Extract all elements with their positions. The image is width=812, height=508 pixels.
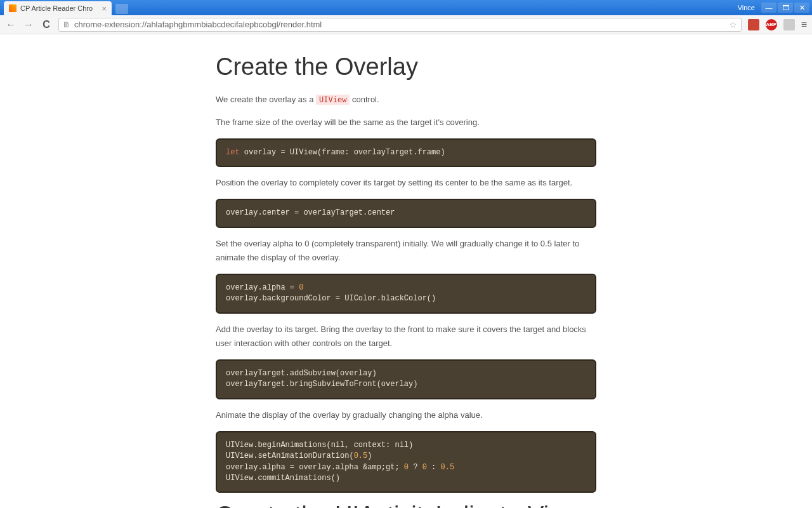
bookmark-star-icon[interactable]: ☆ [729, 20, 737, 30]
code-block: overlayTarget.addSubview(overlay) overla… [216, 359, 596, 399]
window-titlebar: CP Article Reader Chro × Vince — 🗖 ✕ [0, 0, 812, 15]
page-viewport[interactable]: Create the Overlay We create the overlay… [0, 34, 812, 508]
code-block: let overlay = UIView(frame: overlayTarge… [216, 138, 596, 167]
tab-strip: CP Article Reader Chro × [4, 0, 128, 15]
code-block: overlay.center = overlayTarget.center [216, 199, 596, 227]
forward-button[interactable]: → [23, 19, 34, 30]
code-block: UIView.beginAnimations(nil, context: nil… [216, 431, 596, 493]
paragraph: Position the overlay to completely cover… [216, 176, 596, 190]
browser-toolbar: ← → C 🗎 chrome-extension://ahlafaphgbmmb… [0, 15, 812, 34]
heading-activity-indicator: Create the UIActivityIndicatorView [216, 502, 596, 508]
user-label[interactable]: Vince [738, 4, 755, 11]
reload-button[interactable]: C [41, 19, 52, 30]
paragraph: Add the overlay to its target. Bring the… [216, 323, 596, 351]
address-bar[interactable]: 🗎 chrome-extension://ahlafaphgbmmbiabcde… [58, 18, 742, 32]
tab-title: CP Article Reader Chro [20, 4, 93, 12]
extension-icon-2[interactable] [783, 19, 795, 30]
page-icon: 🗎 [63, 20, 70, 29]
hamburger-menu-icon[interactable]: ≡ [801, 19, 807, 30]
adblock-icon[interactable]: ABP [766, 19, 777, 30]
url-text: chrome-extension://ahlafaphgbmmbiabcdeci… [74, 20, 725, 29]
minimize-button[interactable]: — [761, 3, 776, 13]
back-button[interactable]: ← [5, 19, 16, 30]
tab-close-icon[interactable]: × [102, 4, 107, 13]
paragraph: Animate the display of the overlay by gr… [216, 408, 596, 422]
paragraph: The frame size of the overlay will be th… [216, 116, 596, 130]
window-close-button[interactable]: ✕ [794, 3, 809, 13]
heading-overlay: Create the Overlay [216, 53, 596, 81]
paragraph: Set the overlay alpha to 0 (completely t… [216, 237, 596, 265]
inline-code: UIView [316, 95, 350, 105]
extension-icon-1[interactable] [748, 19, 759, 30]
code-block: overlay.alpha = 0 overlay.backgroundColo… [216, 274, 596, 314]
tab-favicon [9, 4, 16, 12]
new-tab-button[interactable] [115, 4, 128, 14]
article-content: Create the Overlay We create the overlay… [216, 34, 596, 508]
paragraph: We create the overlay as a UIView contro… [216, 93, 596, 107]
maximize-button[interactable]: 🗖 [778, 3, 793, 13]
browser-tab[interactable]: CP Article Reader Chro × [4, 1, 112, 15]
